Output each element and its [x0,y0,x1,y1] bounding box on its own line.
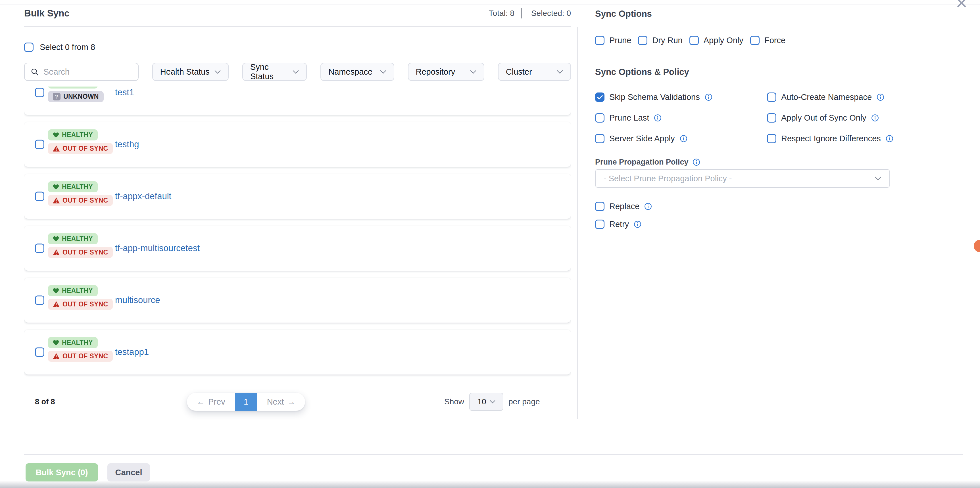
filter-repository[interactable]: Repository [408,63,484,81]
info-icon[interactable] [871,114,879,122]
health-badge: HEALTHY [48,233,98,244]
checkbox[interactable] [595,36,605,45]
health-badge: HEALTHY [48,337,98,348]
info-icon[interactable] [634,220,641,228]
warning-icon [53,249,60,255]
app-checkbox[interactable] [35,244,44,253]
checkbox[interactable] [767,92,776,102]
search-input[interactable] [43,67,132,77]
option-label: Apply Only [703,36,743,45]
checkbox[interactable] [595,220,605,229]
option-apply-only[interactable]: Apply Only [689,36,743,45]
cancel-button[interactable]: Cancel [107,463,150,482]
prev-page-button[interactable]: ← Prev [187,393,235,411]
app-checkbox[interactable] [35,88,44,97]
next-page-button[interactable]: Next → [257,393,305,411]
heart-icon [53,184,59,190]
option-skip-schema-validations[interactable]: Skip Schema Validations [595,92,767,102]
option-prune[interactable]: Prune [595,36,631,45]
app-row: HEALTHY OUT OF SYNC multisource [24,278,571,323]
page-size-select[interactable]: 10 [469,393,503,411]
app-row: HEALTHY OUT OF SYNC tf-appx-default [24,174,571,219]
option-auto-create-namespace[interactable]: Auto-Create Namespace [767,92,893,102]
checkbox[interactable] [767,134,776,143]
info-icon[interactable] [705,93,713,101]
show-label: Show [444,397,464,406]
info-icon[interactable] [680,135,687,143]
option-replace[interactable]: Replace [595,202,652,211]
search-box[interactable] [24,63,138,81]
filter-sync-status[interactable]: Sync Status [242,63,307,81]
filter-label: Sync Status [250,62,293,81]
app-checkbox[interactable] [35,192,44,201]
checkbox[interactable] [689,36,699,45]
option-dry-run[interactable]: Dry Run [638,36,682,45]
checkbox[interactable] [595,113,605,122]
checkbox[interactable] [638,36,648,45]
info-icon[interactable] [692,158,700,166]
app-checkbox[interactable] [35,347,44,357]
total-count: Total: 8 [489,9,514,18]
sync-badge: ?UNKNOWN [48,91,104,102]
checkbox[interactable] [750,36,760,45]
app-name-link[interactable]: testhg [115,139,139,149]
filter-label: Health Status [160,67,210,77]
app-row: HEALTHY OUT OF SYNC tf-app-multisourcete… [24,226,571,271]
option-force[interactable]: Force [750,36,786,45]
chevron-down-icon [557,70,563,74]
app-name-link[interactable]: tf-appx-default [115,191,171,201]
page-1-button[interactable]: 1 [235,393,257,411]
pane-divider [577,27,578,419]
arrow-right-icon: → [287,397,296,407]
checkbox[interactable] [767,113,776,122]
info-icon[interactable] [877,93,884,101]
footer-actions: Bulk Sync (0) Cancel [25,463,150,482]
option-apply-out-of-sync-only[interactable]: Apply Out of Sync Only [767,113,893,122]
app-list-pane: Bulk Sync Total: 8 Selected: 0 Select 0 … [24,8,571,81]
filter-cluster[interactable]: Cluster [498,63,571,81]
checkbox[interactable] [595,134,605,143]
option-prune-last[interactable]: Prune Last [595,113,767,122]
info-icon[interactable] [654,114,662,122]
option-server-side-apply[interactable]: Server Side Apply [595,134,767,143]
arrow-left-icon: ← [197,397,205,407]
status-badges: HEALTHY OUT OF SYNC [48,129,113,154]
info-icon[interactable] [886,135,893,143]
checkbox[interactable] [595,202,605,211]
question-icon: ? [53,93,60,100]
app-name-link[interactable]: multisource [115,295,160,305]
heart-icon [53,288,59,294]
app-name-link[interactable]: testapp1 [115,347,149,357]
chevron-down-icon [490,400,495,404]
extra-options: Replace Retry [595,202,652,229]
status-badges: HEALTHY ?UNKNOWN [48,87,104,102]
app-row: HEALTHY OUT OF SYNC testapp1 [24,330,571,374]
selected-count: Selected: 0 [531,9,571,18]
app-checkbox[interactable] [35,140,44,149]
result-count: 8 of 8 [35,398,55,406]
bulk-sync-button[interactable]: Bulk Sync (0) [25,463,98,482]
option-label: Skip Schema Validations [609,92,700,102]
page-title: Bulk Sync [24,8,70,19]
option-respect-ignore-differences[interactable]: Respect Ignore Differences [767,134,893,143]
checkbox[interactable] [595,92,605,102]
filter-health-status[interactable]: Health Status [152,63,229,81]
info-icon[interactable] [644,203,652,210]
modal-header: Bulk Sync Total: 8 Selected: 0 [24,8,571,27]
health-badge: HEALTHY [48,87,98,89]
prune-propagation-policy-select[interactable]: - Select Prune Propagation Policy - [595,169,890,188]
app-checkbox[interactable] [35,296,44,305]
heart-icon [53,236,59,242]
health-badge: HEALTHY [48,285,98,296]
option-retry[interactable]: Retry [595,220,652,229]
filter-namespace[interactable]: Namespace [320,63,394,81]
heart-icon [53,132,59,138]
app-name-link[interactable]: tf-app-multisourcetest [115,243,200,254]
select-all-checkbox[interactable] [24,43,33,52]
application-list: HEALTHY ?UNKNOWN test1 HEALTHY OUT OF SY… [24,87,571,379]
select-all-row: Select 0 from 8 [24,43,571,52]
select-placeholder: - Select Prune Propagation Policy - [604,174,732,183]
health-badge: HEALTHY [48,181,98,192]
app-name-link[interactable]: test1 [115,87,134,98]
option-label: Respect Ignore Differences [781,134,881,143]
